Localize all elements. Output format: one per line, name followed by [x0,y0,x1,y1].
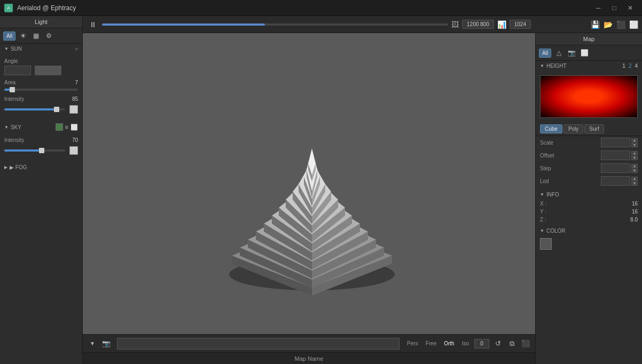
height-map-gradient [541,76,637,117]
camera-btn[interactable]: 📷 [101,338,112,349]
intensity-label: Intensity [4,96,24,102]
lod-value-container: 0 ▲ ▼ [601,176,638,186]
step-down-arrow[interactable]: ▼ [631,169,638,173]
lod-down-arrow[interactable]: ▼ [631,181,638,186]
offset-down-arrow[interactable]: ▼ [631,156,638,160]
all-btn[interactable]: All [3,31,15,41]
pers-btn[interactable]: Pers [405,339,420,347]
right-panel-top-toolbar: 💾 📂 ⬛ ⬜ [535,16,642,33]
y-value: 16 [632,209,638,215]
angle1-input[interactable]: 50 [4,66,31,75]
info-label: INFO [546,192,559,197]
poly-tab[interactable]: Poly [563,124,583,133]
offset-value-container: 0.0 ▲ ▼ [601,151,638,160]
layout-icon[interactable]: ⬛ [615,19,626,30]
lod-label: Lod [540,178,549,184]
image-panel-btn[interactable]: ⬜ [579,48,590,58]
layout2-btn[interactable]: ⧉ [506,338,517,349]
iso-btn[interactable]: Iso [460,339,471,347]
height-collapse-icon: ▼ [540,64,544,68]
title-bar: A Aerialod @ Ephtracy ─ □ ✕ [0,0,642,16]
sky-section-content: Intensity 70 [0,133,82,162]
step-input[interactable]: 0.0 [601,163,630,173]
intensity-slider-fill [4,108,56,110]
sky-color-swatch[interactable] [56,123,63,131]
color-label: COLOR [546,228,566,234]
intensity-slider-track[interactable] [4,108,65,110]
reset-btn[interactable]: ↺ [492,338,503,349]
lod-spinner: ▲ ▼ [631,177,638,186]
sky-intensity-slider-thumb [39,148,44,153]
surf-tab[interactable]: Surf [584,124,604,133]
close-button[interactable]: ✕ [623,3,638,13]
sky-intensity-color-box[interactable] [69,146,78,155]
sky-intensity-slider-track[interactable] [4,149,65,152]
intensity-value: 85 [72,96,78,102]
step-up-arrow[interactable]: ▲ [631,164,638,168]
sun-section-title[interactable]: ▼ SUN ○ [0,44,82,54]
scale-row: Scale 1.00 ▲ ▼ [536,136,642,149]
sky-collapse-icon: ▼ [4,125,9,130]
triangle-btn[interactable]: △ [553,48,564,58]
intensity-row: Intensity 85 [4,94,78,104]
angle2-input[interactable]: 225 [35,66,61,75]
z-value: 8.0 [630,217,638,223]
sky-section-title[interactable]: ▼ SKY ≡ ⬜ [0,121,82,133]
right-panel-header: Map [536,33,642,45]
height-level-1[interactable]: 1 [622,63,625,69]
step-row: Step 0.0 ▲ ▼ [536,162,642,175]
y-label: Y : [540,209,546,215]
save-icon[interactable]: 💾 [590,19,600,30]
height-level-2[interactable]: 2 [629,63,632,69]
orth-btn[interactable]: Orth [442,339,456,347]
lod-up-arrow[interactable]: ▲ [631,177,638,181]
free-btn[interactable]: Free [424,339,439,347]
map-all-btn[interactable]: All [539,49,551,58]
offset-up-arrow[interactable]: ▲ [631,151,638,155]
area-row: Area 7 [4,77,78,87]
info-section-content: X : 16 Y : 16 Z : 8.0 [536,200,642,224]
open-icon[interactable]: 📂 [602,19,613,30]
gear-btn[interactable]: ⚙ [43,30,54,41]
display-btn[interactable]: ⬛ [520,338,531,349]
sun-icon-btn[interactable]: ☀ [18,30,28,41]
scale-input[interactable]: 1.00 [601,138,630,147]
export-icon[interactable]: ⬜ [628,19,639,30]
sun-toggle[interactable]: ○ [75,46,78,52]
scale-down-arrow[interactable]: ▼ [631,143,638,147]
minimize-button[interactable]: ─ [591,3,606,13]
color-swatch[interactable] [540,238,552,250]
intensity-color-box[interactable] [69,105,78,114]
scale-up-arrow[interactable]: ▲ [631,138,638,143]
x-value: 16 [632,201,638,207]
viewport-canvas[interactable] [83,33,535,334]
bar-chart-btn[interactable]: ▦ [30,30,41,41]
lod-input[interactable]: 0 [601,176,630,186]
angle-inputs: 50 225 [4,66,78,75]
pause-button[interactable]: ⏸ [87,19,99,30]
height-map-preview[interactable] [540,75,638,118]
info-section-title[interactable]: ▼ INFO [536,189,642,200]
props-section: Scale 1.00 ▲ ▼ Offset 0.0 ▲ ▼ [536,136,642,187]
offset-input[interactable]: 0.0 [601,151,630,160]
progress-bar-fill [102,23,265,26]
fog-section-title[interactable]: ▶ ▶ FOG [0,162,82,172]
height-level-4[interactable]: 4 [635,63,638,69]
maximize-button[interactable]: □ [607,3,622,13]
area-slider-track[interactable] [4,89,78,91]
camera-icon-btn[interactable]: 📷 [566,48,577,58]
height-section-title[interactable]: ▼ HEIGHT 1 2 4 [536,61,642,71]
cube-tab[interactable]: Cube [540,124,562,133]
step-value-container: 0.0 ▲ ▼ [601,163,638,173]
sky-image-icon[interactable]: ⬜ [71,124,78,131]
offset-row: Offset 0.0 ▲ ▼ [536,149,642,162]
render-mode-tabs: Cube Poly Surf [536,122,642,136]
sky-list-icon[interactable]: ≡ [65,124,68,130]
intensity-slider-container [4,105,78,114]
color-section-title[interactable]: ▼ COLOR [536,226,642,236]
console-input[interactable]: console [117,338,400,350]
scale-spinner: ▲ ▼ [631,138,638,147]
chevron-down-btn[interactable]: ▼ [87,338,98,349]
left-panel-toolbar: All ☀ ▦ ⚙ [0,28,82,44]
lod-row: Lod 0 ▲ ▼ [536,175,642,187]
